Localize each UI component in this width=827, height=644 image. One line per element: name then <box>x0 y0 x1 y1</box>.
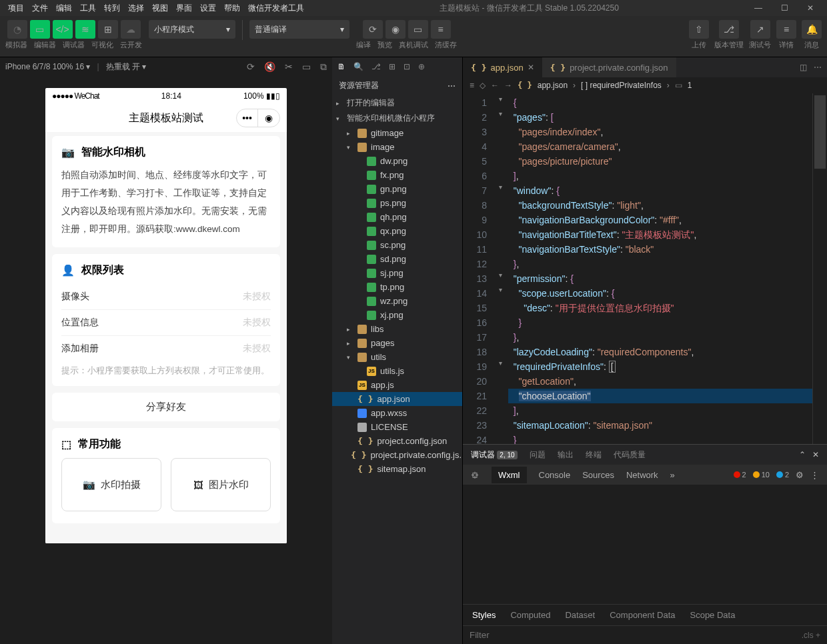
tab-project-config[interactable]: { }project.private.config.json <box>542 57 676 77</box>
maximize-button[interactable]: ☐ <box>777 2 792 14</box>
tree-item[interactable]: { }project.config.json <box>332 434 462 448</box>
menu-文件[interactable]: 文件 <box>28 1 52 15</box>
component-data-tab[interactable]: Component Data <box>610 610 675 620</box>
clear-cache-button[interactable]: ≡ <box>431 20 451 39</box>
popout-icon[interactable]: ⧉ <box>320 61 327 73</box>
list-icon[interactable]: ≡ <box>470 81 474 90</box>
tree-item[interactable]: dw.png <box>332 154 462 168</box>
warn-badge[interactable]: 10 <box>753 471 770 479</box>
menu-视图[interactable]: 视图 <box>148 1 172 15</box>
quality-tab[interactable]: 代码质量 <box>614 449 646 461</box>
code-editor[interactable]: 123456789101112131415161718192021222324 … <box>463 93 827 444</box>
close-icon[interactable]: ✕ <box>812 450 819 459</box>
share-button[interactable]: 分享好友 <box>52 393 280 421</box>
menu-转到[interactable]: 转到 <box>100 1 124 15</box>
tree-item[interactable]: wz.png <box>332 294 462 308</box>
menu-设置[interactable]: 设置 <box>196 1 220 15</box>
cls-toggle[interactable]: .cls <box>802 631 814 640</box>
device-select[interactable]: iPhone 6/7/8 100% 16 ▾ <box>5 62 90 71</box>
visual-button[interactable]: ⊞ <box>98 20 118 39</box>
tree-item[interactable]: { }sitemap.json <box>332 462 462 476</box>
more-icon[interactable]: ⋮ <box>810 470 819 480</box>
open-editors-section[interactable]: ▸打开的编辑器 <box>332 95 462 111</box>
version-button[interactable]: ⎇ <box>719 20 739 39</box>
tree-item[interactable]: ▸gitimage <box>332 126 462 140</box>
close-button[interactable]: ✕ <box>803 2 818 14</box>
settings-icon[interactable]: ⚙ <box>796 470 804 480</box>
refresh-icon[interactable]: ⟳ <box>247 61 255 73</box>
tree-item[interactable]: ps.png <box>332 196 462 210</box>
wxml-tab[interactable]: Wxml <box>492 467 527 483</box>
search-icon[interactable]: 🔍 <box>353 62 363 71</box>
tree-item[interactable]: tp.png <box>332 280 462 294</box>
problems-tab[interactable]: 问题 <box>530 449 546 461</box>
extension-icon[interactable]: ⊡ <box>403 62 410 71</box>
menu-界面[interactable]: 界面 <box>172 1 196 15</box>
network-tab[interactable]: Network <box>626 470 658 480</box>
picture-watermark-button[interactable]: 🖼图片水印 <box>171 458 271 511</box>
testid-button[interactable]: ↗ <box>750 20 770 39</box>
split-icon[interactable]: ◫ <box>800 63 807 72</box>
menu-帮助[interactable]: 帮助 <box>220 1 244 15</box>
menu-工具[interactable]: 工具 <box>76 1 100 15</box>
back-icon[interactable]: ← <box>491 81 499 90</box>
styles-tab[interactable]: Styles <box>472 610 496 620</box>
menu-项目[interactable]: 项目 <box>4 1 28 15</box>
compile-select[interactable]: 普通编译▾ <box>249 20 349 39</box>
menu-微信开发者工具[interactable]: 微信开发者工具 <box>244 1 308 15</box>
perm-row[interactable]: 位置信息未授权 <box>61 309 271 335</box>
profile-button[interactable]: ◔ <box>7 20 27 39</box>
terminal-tab[interactable]: 终端 <box>586 449 602 461</box>
mute-icon[interactable]: 🔇 <box>264 61 275 73</box>
detail-button[interactable]: ≡ <box>776 20 796 39</box>
dataset-tab[interactable]: Dataset <box>565 610 595 620</box>
device-icon[interactable]: ▭ <box>302 61 311 73</box>
menu-编辑[interactable]: 编辑 <box>52 1 76 15</box>
tree-item[interactable]: { }app.json <box>332 392 462 406</box>
debugger-button[interactable]: ≋ <box>75 20 95 39</box>
perm-row[interactable]: 摄像头未授权 <box>61 284 271 309</box>
collapse-icon[interactable]: ⌃ <box>799 450 806 459</box>
tree-item[interactable]: fx.png <box>332 168 462 182</box>
sources-tab[interactable]: Sources <box>582 470 614 480</box>
debug-tab[interactable]: 调试器 2, 10 <box>471 449 518 461</box>
cloud-button[interactable]: ☁ <box>121 20 141 39</box>
console-tab[interactable]: Console <box>539 470 571 480</box>
tree-item[interactable]: ▸pages <box>332 336 462 350</box>
message-button[interactable]: 🔔 <box>802 20 822 39</box>
minimize-button[interactable]: — <box>750 2 766 14</box>
filter-input[interactable] <box>470 630 603 640</box>
tree-item[interactable]: sd.png <box>332 252 462 266</box>
minimap[interactable] <box>812 93 827 444</box>
menu-选择[interactable]: 选择 <box>124 1 148 15</box>
more-icon[interactable]: ⊕ <box>418 62 425 71</box>
preview-button[interactable]: ◉ <box>385 20 405 39</box>
tree-item[interactable]: qx.png <box>332 224 462 238</box>
more-icon[interactable]: ⋯ <box>814 63 822 72</box>
tree-item[interactable]: ▾image <box>332 140 462 154</box>
tree-item[interactable]: sj.png <box>332 266 462 280</box>
plugin-icon[interactable]: ⊞ <box>389 62 395 71</box>
capsule-close[interactable]: ◉ <box>258 109 279 127</box>
breadcrumb[interactable]: ≡ ◇ ← → { }app.json › [ ] requiredPrivat… <box>463 77 827 93</box>
scope-data-tab[interactable]: Scope Data <box>690 610 735 620</box>
project-root[interactable]: ▾智能水印相机微信小程序 <box>332 111 462 126</box>
hot-reload-toggle[interactable]: 热重载 开 ▾ <box>106 61 147 73</box>
computed-tab[interactable]: Computed <box>510 610 550 620</box>
perm-row[interactable]: 添加相册未授权 <box>61 335 271 361</box>
remote-debug-button[interactable]: ▭ <box>408 20 428 39</box>
explorer-more[interactable]: ⋯ <box>448 81 456 91</box>
tree-item[interactable]: ▸libs <box>332 322 462 336</box>
tree-item[interactable]: JSutils.js <box>332 364 462 378</box>
fwd-icon[interactable]: → <box>504 81 512 90</box>
compile-button[interactable]: ⟳ <box>363 20 383 39</box>
editor-button[interactable]: </> <box>53 20 73 39</box>
error-badge[interactable]: 2 <box>734 471 746 479</box>
tree-item[interactable]: app.wxss <box>332 406 462 420</box>
tab-app-json[interactable]: { }app.json✕ <box>463 57 542 77</box>
watermark-shoot-button[interactable]: 📷水印拍摄 <box>61 458 161 511</box>
tree-item[interactable]: JSapp.js <box>332 378 462 392</box>
tree-item[interactable]: qh.png <box>332 210 462 224</box>
info-badge[interactable]: 2 <box>776 471 789 479</box>
tree-item[interactable]: sc.png <box>332 238 462 252</box>
